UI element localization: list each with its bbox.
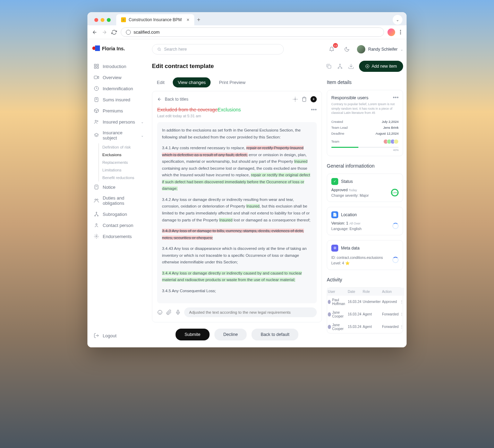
team-avatars[interactable]	[385, 139, 399, 144]
svg-rect-2	[97, 67, 99, 68]
svg-rect-11	[95, 185, 98, 189]
sidebar-item-duties[interactable]: Duties and obligations	[92, 193, 145, 209]
mic-icon[interactable]	[175, 310, 181, 315]
row-more-icon[interactable]: ⋮	[399, 296, 404, 308]
tab-print-preview[interactable]: Print Preview	[214, 77, 250, 87]
svg-point-14	[97, 199, 98, 200]
sidebar-item-sums-insured[interactable]: Sums insured	[92, 94, 145, 105]
brand-logo	[92, 45, 100, 52]
sidebar-item-notice[interactable]: Notice	[92, 181, 145, 193]
sidebar-label: Insurance subject	[103, 130, 137, 141]
row-more-icon[interactable]: ⋮	[399, 308, 404, 321]
more-icon[interactable]: •••	[311, 107, 317, 113]
maximize-window-button[interactable]	[107, 18, 111, 22]
status-label: Status	[341, 179, 353, 184]
browser-menu-button[interactable]	[399, 28, 402, 36]
sub-item-replacements[interactable]: Replacements	[99, 159, 145, 166]
comment-input[interactable]	[184, 307, 317, 317]
activity-date: 16.03.24	[347, 296, 362, 308]
sidebar-label: Insured persons	[103, 119, 135, 125]
url-bar-row: scalified.com	[87, 25, 407, 39]
activity-user: Jane Cooper	[328, 311, 347, 318]
sub-item-exclusions[interactable]: Exclusions	[99, 151, 145, 159]
users-icon	[94, 119, 99, 125]
svg-point-13	[95, 199, 96, 200]
close-tab-icon[interactable]: ×	[187, 17, 189, 23]
sub-item-limitations[interactable]: Limitations	[99, 166, 145, 174]
browser-chrome: ≡ Construction Insurance BPM × + ⌄ scali…	[87, 12, 407, 39]
browser-tab[interactable]: ≡ Construction Insurance BPM ×	[116, 14, 194, 25]
sidebar-item-introduction[interactable]: Introduction	[92, 61, 145, 72]
topbar-right: 13 Randy Schleifer ⌄	[326, 44, 403, 54]
page-header: Edit contract template Add new item	[152, 61, 403, 72]
emoji-icon[interactable]	[157, 310, 163, 315]
sidebar-item-insured-persons[interactable]: Insured persons ⌄	[92, 116, 145, 127]
sidebar-item-indemnification[interactable]: Indemnification	[92, 83, 145, 94]
tab-view-changes[interactable]: View changes	[173, 77, 211, 87]
activity-role: Underwriter	[362, 296, 382, 308]
paragraph-341: 3.4.1 Any costs rendered necessary to re…	[162, 145, 312, 192]
notifications-button[interactable]: 13	[326, 44, 337, 54]
sidebar-item-subrogation[interactable]: Subrogation	[92, 209, 145, 220]
user-menu[interactable]: Randy Schleifer ⌄	[357, 45, 403, 53]
settings-icon[interactable]	[292, 96, 298, 102]
logout-label: Logout	[103, 333, 117, 338]
add-icon[interactable]: +	[310, 96, 317, 102]
sidebar-item-overview[interactable]: Overview	[92, 72, 145, 83]
more-icon[interactable]: •••	[393, 94, 399, 101]
meta-panel: ⚙ Meta data ID: contract.conditions.escl…	[327, 240, 403, 270]
sidebar-item-contact[interactable]: Contact person	[92, 220, 145, 231]
search-placeholder: Search here	[164, 47, 187, 52]
new-tab-button[interactable]: +	[197, 17, 200, 23]
attachment-icon[interactable]	[166, 310, 172, 315]
brand[interactable]: Floria Ins.	[92, 45, 145, 52]
reload-button[interactable]	[111, 29, 117, 35]
close-window-button[interactable]	[94, 18, 98, 22]
copy-icon[interactable]	[326, 63, 332, 69]
details-column: Item details Responsible users ••• Contr…	[327, 77, 403, 340]
th-date: Date	[347, 288, 362, 296]
activity-row: Jane Cooper16.03.24AgentForwarded⋮	[327, 308, 404, 321]
tab-edit[interactable]: Edit	[152, 77, 169, 87]
sidebar-item-insurance-subject[interactable]: Insurance subject ⌄	[92, 127, 145, 143]
svg-point-23	[340, 64, 341, 65]
avatar	[357, 45, 365, 53]
decline-button[interactable]: Decline	[214, 329, 247, 340]
forward-button[interactable]	[101, 29, 108, 35]
back-to-titles[interactable]: Back to titles	[157, 97, 188, 102]
sidebar-label: Duties and obligations	[103, 195, 144, 206]
back-button[interactable]	[92, 29, 98, 35]
sidebar-item-endorsements[interactable]: Endorsements	[92, 231, 145, 242]
minimize-window-button[interactable]	[101, 18, 104, 22]
profile-button[interactable]	[387, 28, 395, 36]
sub-item-definition[interactable]: Definition of risk	[99, 143, 145, 151]
status-severity: Change severity: Major	[331, 193, 369, 197]
submit-button[interactable]: Submite	[176, 329, 210, 340]
general-info-heading: General informatiotion	[327, 163, 403, 169]
theme-toggle[interactable]	[342, 44, 352, 54]
svg-point-17	[97, 215, 99, 216]
url-bar[interactable]: scalified.com	[121, 27, 384, 37]
row-more-icon[interactable]: ⋮	[399, 321, 404, 333]
action-row: Submite Decline Back to default	[152, 329, 322, 340]
download-icon[interactable]	[348, 63, 354, 69]
sidebar-item-premiums[interactable]: Premiums	[92, 105, 145, 116]
trash-icon[interactable]	[301, 96, 307, 102]
activity-user: Jane Cooper	[328, 323, 347, 331]
sub-item-benefit[interactable]: Benefit reductions	[99, 174, 145, 181]
deleted-text: 3.4.3 Any loss of or damage to bills, cu…	[162, 229, 304, 240]
sidebar: Floria Ins. Introduction Overview Indemn…	[87, 39, 150, 347]
sidebar-label: Notice	[103, 185, 116, 190]
activity-row: Jane Cooper15.03.24AgentForwarded⋮	[327, 321, 404, 333]
svg-point-9	[95, 120, 96, 121]
loading-spinner	[392, 223, 399, 229]
doc-body: In addition to the exclusions as set for…	[157, 122, 317, 303]
reset-button[interactable]: Back to default	[252, 329, 298, 340]
logout-button[interactable]: Logout	[92, 330, 145, 341]
status-panel: ✓ Status ApprovedToday Change severity: …	[327, 174, 403, 202]
add-new-item-button[interactable]: Add new item	[359, 61, 403, 72]
tabs-overflow-button[interactable]: ⌄	[393, 15, 402, 25]
doc-top-icons: +	[292, 96, 317, 102]
search-input[interactable]: Search here	[152, 44, 284, 54]
hierarchy-icon[interactable]	[337, 63, 343, 69]
